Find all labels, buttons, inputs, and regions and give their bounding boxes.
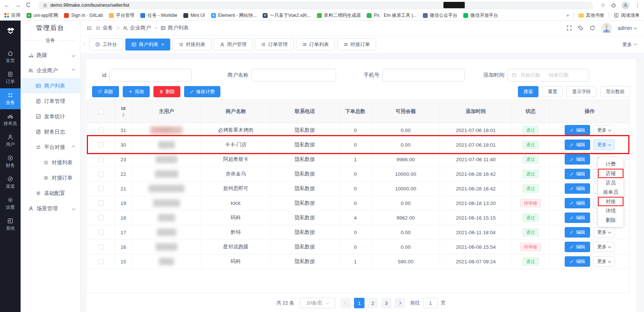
extensions-puzzle-icon[interactable] bbox=[611, 3, 616, 8]
id-input[interactable] bbox=[109, 69, 192, 82]
more-button[interactable]: 更多 bbox=[593, 140, 615, 150]
tab-scroll-left-icon[interactable] bbox=[83, 43, 87, 46]
toolbar-button[interactable]: 显示字段 bbox=[567, 86, 596, 97]
sidebar-item[interactable]: 商户列表 bbox=[21, 78, 80, 94]
rail-item[interactable]: 接单员 bbox=[0, 109, 21, 130]
bookmark-apps[interactable]: 应用 bbox=[4, 12, 21, 19]
bookmark-item[interactable]: U uni-app官网 bbox=[27, 12, 58, 19]
toolbar-button[interactable]: 搜索 bbox=[518, 86, 538, 97]
page-button[interactable]: 1 bbox=[354, 298, 364, 308]
bookmark-item[interactable]: Px、Em 换算工具 |... bbox=[367, 12, 417, 19]
toolbar-button[interactable]: 重置 bbox=[542, 86, 563, 97]
bookmark-item[interactable]: 任务 - Worktile bbox=[140, 12, 177, 19]
rail-item[interactable]: 设置 bbox=[0, 193, 21, 214]
toolbar-button[interactable]: 刷新 bbox=[92, 86, 119, 97]
sidebar-item[interactable]: 跑腿 bbox=[21, 48, 80, 63]
tab[interactable]: 用户管理 × bbox=[214, 39, 253, 51]
phone-input[interactable] bbox=[382, 69, 465, 82]
edit-button[interactable]: 编辑 bbox=[565, 169, 590, 179]
bookmark-item[interactable]: 微信公众平台 bbox=[423, 12, 458, 19]
sort-carets-icon[interactable] bbox=[122, 113, 125, 117]
column-header-id[interactable]: Id bbox=[115, 100, 132, 123]
rail-item[interactable]: 财务 bbox=[0, 151, 21, 172]
sidebar-item[interactable]: 对接订单 bbox=[21, 170, 80, 186]
close-icon[interactable]: × bbox=[161, 42, 164, 47]
sidebar-item[interactable]: 财务日志 bbox=[21, 124, 80, 140]
edit-button[interactable]: 编辑 bbox=[565, 227, 590, 238]
tabs-more-button[interactable]: 更多 bbox=[622, 41, 637, 48]
prev-page-button[interactable] bbox=[341, 298, 351, 308]
edit-button[interactable]: 编辑 bbox=[565, 198, 590, 208]
fullscreen-icon[interactable] bbox=[566, 25, 572, 31]
rail-item[interactable]: 订单 bbox=[0, 67, 21, 88]
row-checkbox[interactable] bbox=[98, 201, 104, 206]
tab[interactable]: 订单列表 × bbox=[296, 39, 335, 51]
app-logo[interactable] bbox=[0, 21, 21, 41]
edit-button[interactable]: 编辑 bbox=[565, 183, 590, 194]
more-button[interactable]: 更多 bbox=[593, 125, 615, 135]
dropdown-menu-item[interactable]: 接单员 bbox=[598, 187, 623, 197]
tab[interactable]: 对接列表 × bbox=[173, 39, 211, 51]
breadcrumb-item-merchant-list[interactable]: 商户列表 bbox=[161, 25, 189, 31]
row-checkbox[interactable] bbox=[98, 186, 104, 191]
select-all-checkbox[interactable] bbox=[98, 109, 104, 114]
toolbar-button[interactable]: 修改计费 bbox=[184, 86, 220, 97]
reading-list[interactable]: 阅读清单 bbox=[614, 12, 640, 19]
sidebar-item[interactable]: 基础配置 bbox=[21, 186, 80, 201]
page-button[interactable]: 2 bbox=[367, 298, 378, 308]
dropdown-menu-item[interactable]: 详情 bbox=[598, 206, 623, 215]
reload-icon[interactable]: C bbox=[26, 2, 31, 9]
sidebar-item[interactable]: 订单管理 bbox=[21, 94, 80, 109]
tab[interactable]: 对接订单 × bbox=[337, 39, 376, 51]
tab[interactable]: 商户列表 × bbox=[125, 39, 170, 51]
tag-icon[interactable] bbox=[578, 25, 584, 31]
bookmark-item[interactable]: e Element - 网站快... bbox=[211, 12, 257, 19]
breadcrumb-item-business[interactable]: 业务 bbox=[95, 25, 113, 31]
edit-button[interactable]: 编辑 bbox=[565, 125, 590, 135]
bookmark-item[interactable]: Mint UI bbox=[183, 13, 205, 18]
row-checkbox[interactable] bbox=[98, 142, 104, 147]
toolbar-button[interactable]: 导出数据 bbox=[600, 86, 630, 97]
refresh-icon[interactable] bbox=[589, 25, 595, 31]
rail-item[interactable]: 首页 bbox=[0, 46, 21, 67]
page-button[interactable]: 3 bbox=[381, 298, 391, 308]
dropdown-menu-item[interactable]: 对接 bbox=[598, 197, 623, 206]
goto-page-input[interactable] bbox=[423, 298, 438, 308]
user-avatar[interactable] bbox=[601, 22, 612, 34]
merchant-name-input[interactable] bbox=[251, 69, 336, 82]
edit-button[interactable]: 编辑 bbox=[565, 154, 590, 165]
forward-icon[interactable]: → bbox=[15, 2, 21, 9]
more-button[interactable]: 更多 bbox=[593, 242, 615, 252]
row-checkbox[interactable] bbox=[98, 259, 104, 264]
date-range-input[interactable]: 开始日期 结束日期 bbox=[507, 69, 589, 82]
sidebar-item[interactable]: 平台对接 bbox=[21, 140, 80, 155]
back-icon[interactable]: ← bbox=[4, 2, 10, 9]
edit-button[interactable]: 编辑 bbox=[565, 212, 590, 223]
dropdown-menu-item[interactable]: 店铺 bbox=[598, 169, 623, 178]
bookmark-item[interactable]: V 一只基于Vue2.x的... bbox=[263, 12, 311, 19]
sidebar-item[interactable]: 企业商户 bbox=[21, 63, 80, 78]
sidebar-item[interactable]: 发单统计 bbox=[21, 109, 80, 124]
dropdown-menu-item[interactable]: 店员 bbox=[598, 178, 623, 187]
browser-profile-avatar[interactable] bbox=[622, 1, 629, 9]
address-bar[interactable]: demo.99make.com/business/seller/list bbox=[38, 1, 593, 9]
row-checkbox[interactable] bbox=[98, 171, 104, 177]
sidebar-item[interactable]: 对接列表 bbox=[21, 155, 80, 170]
browser-menu-icon[interactable]: ⋮ bbox=[635, 2, 640, 9]
more-button[interactable]: 更多 bbox=[593, 227, 615, 238]
dropdown-menu-item[interactable]: 删除 bbox=[598, 215, 623, 225]
sidebar-item[interactable]: 场景管理 bbox=[21, 201, 80, 216]
row-checkbox[interactable] bbox=[98, 128, 104, 133]
more-button[interactable]: 更多 bbox=[593, 256, 615, 267]
rail-item[interactable]: 渠道 bbox=[0, 172, 21, 193]
tab[interactable]: 工作台 × bbox=[89, 39, 123, 51]
bookmark-item[interactable]: 草料二维码生成器 bbox=[317, 12, 361, 19]
edit-button[interactable]: 编辑 bbox=[565, 242, 590, 252]
edit-button[interactable]: 编辑 bbox=[565, 140, 590, 150]
next-page-button[interactable] bbox=[394, 298, 405, 308]
row-checkbox[interactable] bbox=[98, 215, 104, 220]
bookmarks-overflow-chevron[interactable]: » bbox=[567, 13, 569, 18]
dropdown-menu-item[interactable]: 计费 bbox=[598, 159, 623, 169]
admin-menu[interactable]: admin bbox=[618, 25, 637, 31]
toolbar-button[interactable]: 添加 bbox=[123, 86, 150, 97]
